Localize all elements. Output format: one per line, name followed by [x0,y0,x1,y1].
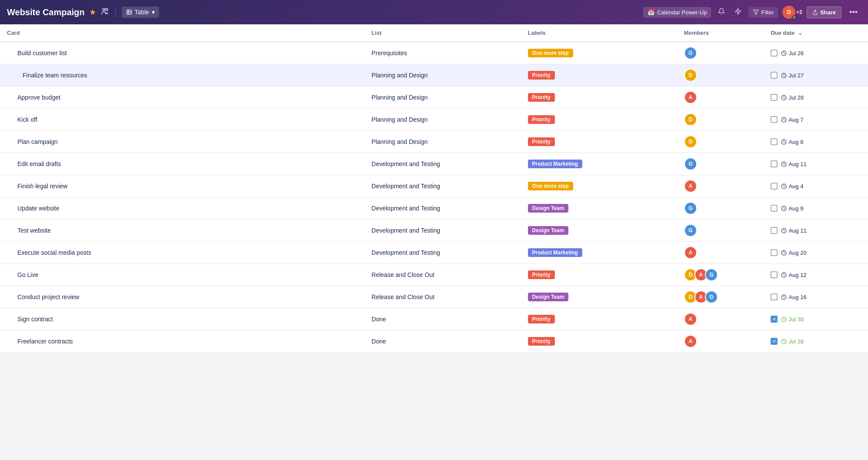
member-avatar[interactable]: G [684,47,697,60]
member-avatar[interactable]: A [684,246,697,259]
table-row[interactable]: Edit email draftsDevelopment and Testing… [0,153,868,175]
due-date-cell: Aug 11 [764,153,868,175]
table-row[interactable]: Plan campaignPlanning and DesignPriority… [0,131,868,153]
member-avatar[interactable]: G [705,290,718,303]
labels-cell: Priority [521,264,677,286]
due-date-checkbox[interactable] [771,116,778,123]
table-row[interactable]: Freelancer contractsDonePriorityA Jul 28 [0,330,868,353]
card-name[interactable]: Finalize team resources [23,72,87,79]
due-date-text: Jul 27 [781,72,804,79]
table-row[interactable]: Finish legal reviewDevelopment and Testi… [0,175,868,197]
table-row[interactable]: Kick offPlanning and DesignPriorityD Aug… [0,109,868,131]
member-avatar[interactable]: G [684,224,697,237]
labels-cell: One more step [521,175,677,197]
card-cell: Edit email drafts [0,153,364,175]
table-row[interactable]: Execute social media postsDevelopment an… [0,242,868,264]
table-row[interactable]: Build customer listPrerequisitesOne more… [0,42,868,64]
member-avatar[interactable]: G [705,268,718,281]
label-badge[interactable]: Priority [528,315,555,323]
extra-users-count[interactable]: +2 [796,9,802,15]
user-avatar-d[interactable]: D [782,6,795,19]
card-cell: Plan campaign [0,131,364,153]
table-row[interactable]: ⋮⋮Finalize team resources✏️Planning and … [0,64,868,87]
member-avatar[interactable]: A [684,91,697,104]
label-badge[interactable]: Design Team [528,204,569,213]
user-avatars-group: D +2 [782,6,802,19]
member-avatar[interactable]: D [684,135,697,148]
member-avatar[interactable]: D [684,113,697,126]
card-cell: ⋮⋮Finalize team resources✏️ [0,64,364,87]
notify-icon[interactable] [715,5,728,19]
tasks-table: Card List Labels Members Due date ⌄ Buil… [0,24,868,353]
label-badge[interactable]: Design Team [528,293,569,301]
member-avatar[interactable]: A [684,313,697,326]
card-name[interactable]: Conduct project review [17,293,79,300]
col-due-date[interactable]: Due date ⌄ [764,24,868,42]
card-name[interactable]: Freelancer contracts [17,338,73,345]
member-avatar[interactable]: D [684,69,697,82]
card-name[interactable]: Go Live [17,271,38,278]
table-view-button[interactable]: Table ▾ [122,7,159,18]
due-date-checkbox[interactable] [771,338,778,345]
more-options-button[interactable]: ••• [846,6,861,19]
label-badge[interactable]: One more step [528,182,573,190]
card-name[interactable]: Finish legal review [17,183,67,190]
lightning-icon[interactable] [732,5,744,19]
due-date-checkbox[interactable] [771,50,778,57]
table-row[interactable]: Approve budgetPlanning and DesignPriorit… [0,87,868,109]
labels-cell: Design Team [521,286,677,308]
table-row[interactable]: Go LiveRelease and Close OutPriorityDAG … [0,264,868,286]
card-name[interactable]: Plan campaign [17,138,58,145]
due-date-text: Aug 20 [781,250,806,256]
label-badge[interactable]: One more step [528,49,573,57]
card-name[interactable]: Build customer list [17,50,67,57]
due-date-checkbox[interactable] [771,271,778,278]
table-row[interactable]: Update websiteDevelopment and TestingDes… [0,197,868,220]
due-date-checkbox[interactable] [771,94,778,101]
card-name[interactable]: Edit email drafts [17,160,61,167]
star-icon[interactable]: ★ [89,7,96,17]
label-badge[interactable]: Product Marketing [528,160,582,168]
filter-button[interactable]: Filter [748,7,778,18]
members-cell: A [677,330,764,353]
member-avatar[interactable]: G [684,202,697,215]
label-badge[interactable]: Priority [528,115,555,124]
members-cell: A [677,87,764,109]
member-avatar[interactable]: G [684,157,697,170]
due-date-checkbox[interactable] [771,227,778,234]
table-row[interactable]: Sign contractDonePriorityA Jul 30 [0,308,868,330]
label-badge[interactable]: Priority [528,137,555,146]
card-name[interactable]: Execute social media posts [17,249,91,256]
due-date-checkbox[interactable] [771,183,778,190]
due-date-checkbox[interactable] [771,316,778,323]
card-name[interactable]: Approve budget [17,94,60,101]
table-row[interactable]: Test websiteDevelopment and TestingDesig… [0,220,868,242]
member-avatar[interactable]: A [684,335,697,348]
list-cell: Development and Testing [364,197,521,220]
label-badge[interactable]: Priority [528,71,555,80]
due-date-checkbox[interactable] [771,160,778,167]
members-icon[interactable] [100,7,109,18]
header-separator [115,7,116,17]
table-row[interactable]: Conduct project reviewRelease and Close … [0,286,868,308]
due-date-checkbox[interactable] [771,249,778,256]
card-name[interactable]: Update website [17,205,60,212]
calendar-icon: 📅 [648,9,654,16]
share-button[interactable]: Share [807,7,841,18]
label-badge[interactable]: Priority [528,270,555,279]
member-avatar[interactable]: A [684,180,697,193]
due-date-checkbox[interactable] [771,72,778,79]
list-name: Planning and Design [371,72,427,79]
card-name[interactable]: Test website [17,227,51,234]
calendar-powerup-button[interactable]: 📅 Calendar Power-Up [643,7,711,18]
label-badge[interactable]: Product Marketing [528,248,582,257]
label-badge[interactable]: Priority [528,337,555,346]
due-date-checkbox[interactable] [771,293,778,300]
label-badge[interactable]: Priority [528,93,555,102]
card-name[interactable]: Kick off [17,116,37,123]
card-name[interactable]: Sign contract [17,316,53,323]
label-badge[interactable]: Design Team [528,226,569,235]
list-cell: Release and Close Out [364,286,521,308]
due-date-checkbox[interactable] [771,205,778,212]
due-date-checkbox[interactable] [771,138,778,145]
